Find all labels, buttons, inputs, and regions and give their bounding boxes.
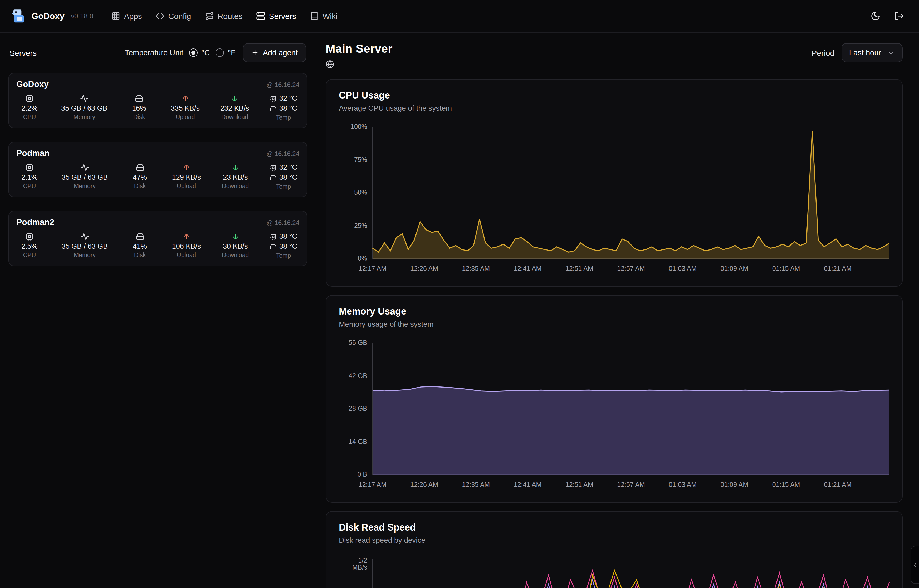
stat-cpu: 2.2% CPU	[18, 94, 40, 120]
nav-item-label: Config	[168, 11, 191, 21]
sidebar-title: Servers	[10, 48, 37, 57]
stat-disk: 47% Disk	[129, 163, 151, 189]
chevron-left-icon	[912, 562, 918, 568]
radio-fahrenheit-circle[interactable]	[215, 48, 224, 57]
nav-item-apps[interactable]: Apps	[106, 7, 147, 25]
server-name: Podman2	[16, 218, 54, 227]
stat-memory: 35 GB / 63 GB Memory	[61, 163, 108, 189]
server-updated-time: @ 16:16:24	[266, 150, 299, 158]
stat-disk: 41% Disk	[129, 233, 151, 258]
fahrenheit-label: °F	[228, 48, 235, 57]
nav-item-config[interactable]: Config	[150, 7, 197, 25]
stat-label: Upload	[177, 183, 196, 189]
memory-usage-chart: 56 GB42 GB28 GB14 GB0 B 12:17 AM12:26 AM…	[339, 343, 890, 491]
hard-drive-icon	[136, 163, 144, 172]
globe-icon	[326, 60, 334, 68]
server-stats: 2.1% CPU 35 GB / 63 GB Memory 47% Disk	[16, 163, 299, 190]
plus-icon	[251, 49, 259, 57]
server-card-godoxy[interactable]: GoDoxy @ 16:16:24 2.2% CPU 35 GB / 63 GB…	[8, 73, 307, 128]
memory-usage-card: Memory Usage Memory usage of the system …	[326, 295, 903, 502]
stat-cpu: 2.1% CPU	[18, 163, 40, 189]
arrow-up-icon	[183, 163, 191, 172]
stat-value: 35 GB / 63 GB	[61, 104, 108, 112]
theme-toggle-moon-icon[interactable]	[871, 11, 880, 21]
stat-value: 23 KB/s	[223, 173, 248, 181]
cpu-temp-icon	[270, 164, 277, 171]
period-select[interactable]: Last hour	[841, 43, 903, 62]
cpu-icon	[25, 163, 34, 172]
disk-read-speed-card: Disk Read Speed Disk read speed by devic…	[326, 511, 903, 588]
disk-temp-icon	[270, 174, 277, 181]
nav-item-servers[interactable]: Servers	[251, 7, 301, 25]
nav-item-label: Wiki	[323, 11, 338, 21]
stat-label: Upload	[176, 114, 195, 120]
main-panel: Main Server Period Last hour CPU Usage A…	[316, 33, 919, 588]
stat-download: 23 KB/s Download	[222, 163, 249, 189]
stat-value: 35 GB / 63 GB	[61, 242, 108, 250]
add-agent-label: Add agent	[263, 48, 298, 57]
add-agent-button[interactable]: Add agent	[243, 43, 306, 62]
x-axis: 12:17 AM12:26 AM12:35 AM12:41 AM12:51 AM…	[373, 259, 890, 276]
stat-label: Temp	[276, 183, 291, 190]
stat-label: Disk	[134, 252, 146, 258]
sidebar-header: Servers Temperature Unit °C °F Add agent	[10, 43, 306, 62]
top-navbar: GoDoxy v0.18.0 Apps Config Routes Server…	[0, 0, 919, 33]
stat-value: 129 KB/s	[172, 173, 201, 181]
nav-item-routes[interactable]: Routes	[200, 7, 248, 25]
nav-item-label: Routes	[218, 11, 243, 21]
server-name: GoDoxy	[16, 79, 49, 89]
stat-value: 16%	[132, 104, 146, 112]
server-card-podman[interactable]: Podman @ 16:16:24 2.1% CPU 35 GB / 63 GB…	[8, 142, 307, 197]
apps-grid-icon	[111, 11, 120, 21]
server-name: Podman	[16, 149, 50, 158]
stat-label: Disk	[134, 183, 146, 189]
godoxy-app: GoDoxy v0.18.0 Apps Config Routes Server…	[0, 0, 919, 588]
temperature-unit-label: Temperature Unit	[124, 48, 183, 57]
stat-value: 2.5%	[21, 242, 38, 250]
radio-celsius-circle[interactable]	[189, 48, 198, 57]
server-updated-time: @ 16:16:24	[266, 219, 299, 226]
stat-value: 2.2%	[21, 104, 38, 112]
cpu-temp-value: 38 °C	[279, 233, 297, 241]
stat-upload: 106 KB/s Upload	[172, 233, 201, 258]
cpu-temp-icon	[270, 95, 277, 102]
radio-fahrenheit[interactable]: °F	[215, 48, 235, 57]
hard-drive-icon	[135, 94, 143, 103]
disk-read-speed-chart: 1/2 MB/s	[339, 559, 890, 588]
nav-item-wiki[interactable]: Wiki	[305, 7, 343, 25]
stat-label: Download	[221, 114, 248, 120]
stat-value: 47%	[133, 173, 147, 181]
arrow-down-icon	[231, 163, 239, 172]
stat-memory: 35 GB / 63 GB Memory	[61, 94, 108, 120]
period-value: Last hour	[849, 48, 881, 57]
celsius-label: °C	[201, 48, 210, 57]
stat-label: Disk	[133, 114, 145, 120]
chart-title: CPU Usage	[339, 90, 890, 101]
x-axis: 12:17 AM12:26 AM12:35 AM12:41 AM12:51 AM…	[373, 475, 890, 491]
stat-label: Upload	[177, 252, 196, 258]
collapse-drawer-tab[interactable]	[911, 546, 919, 584]
page-title: Main Server	[326, 42, 392, 56]
server-card-podman2[interactable]: Podman2 @ 16:16:24 2.5% CPU 35 GB / 63 G…	[8, 211, 307, 266]
temperature-unit-group: Temperature Unit °C °F	[124, 48, 235, 57]
arrow-down-icon	[231, 233, 239, 241]
radio-celsius[interactable]: °C	[189, 48, 210, 57]
stat-value: 41%	[133, 242, 147, 250]
disk-temp-value: 38 °C	[279, 173, 297, 182]
brand-name: GoDoxy	[32, 11, 65, 21]
chart-title: Memory Usage	[339, 306, 890, 317]
stat-label: Temp	[276, 252, 291, 259]
disk-temp-icon	[270, 105, 277, 112]
chart-title: Disk Read Speed	[339, 522, 890, 533]
stat-download: 232 KB/s Download	[220, 94, 249, 120]
nav-item-label: Servers	[269, 11, 296, 21]
stat-value: 335 KB/s	[171, 104, 200, 112]
stat-label: CPU	[23, 183, 36, 189]
cpu-usage-card: CPU Usage Average CPU usage of the syste…	[326, 79, 903, 287]
hard-drive-icon	[136, 233, 144, 241]
logout-icon[interactable]	[894, 11, 904, 21]
main-header: Main Server Period Last hour	[326, 41, 903, 71]
stat-label: CPU	[23, 252, 36, 258]
period-group: Period Last hour	[811, 43, 903, 62]
server-stats: 2.2% CPU 35 GB / 63 GB Memory 16% Disk	[16, 94, 299, 121]
